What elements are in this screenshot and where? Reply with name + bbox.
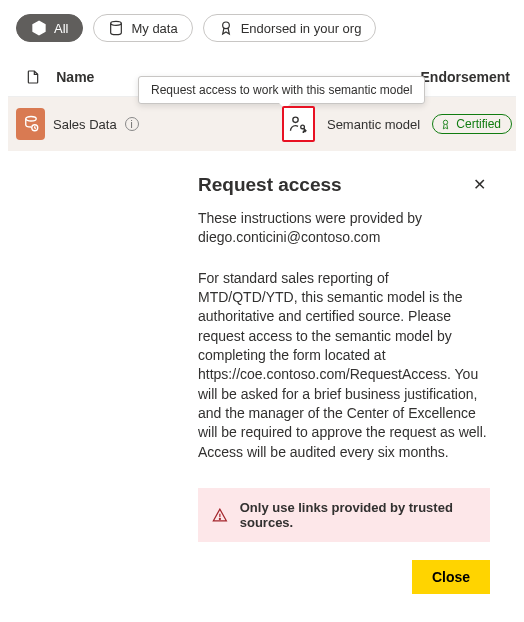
column-endorsement[interactable]: Endorsement [421,69,510,85]
warning-text: Only use links provided by trusted sourc… [240,500,476,530]
svg-point-0 [111,21,122,25]
file-icon [25,68,41,86]
row-name[interactable]: Sales Data [53,117,117,132]
person-key-icon [288,114,308,134]
request-access-panel: Request access ✕ These instructions were… [8,151,516,594]
warning-banner: Only use links provided by trusted sourc… [198,488,490,542]
column-icon [14,68,52,86]
dataset-icon [16,108,45,140]
svg-point-5 [301,125,305,129]
request-access-button[interactable] [282,106,315,142]
table-row[interactable]: Sales Data i Semantic model Certified [8,97,516,151]
panel-body: For standard sales reporting of MTD/QTD/… [198,269,490,462]
cube-icon [31,20,47,36]
panel-title: Request access [198,174,342,196]
row-endorsement: Certified [432,114,512,134]
svg-point-2 [25,117,36,122]
svg-point-4 [293,117,298,122]
close-icon[interactable]: ✕ [469,173,490,197]
badge-ribbon-icon [439,118,452,131]
info-icon[interactable]: i [125,117,139,131]
filter-bar: All My data Endorsed in your org [8,12,516,60]
filter-all[interactable]: All [16,14,83,42]
row-name-cell: Sales Data i [45,117,282,132]
close-button[interactable]: Close [412,560,490,594]
warning-icon [212,506,228,524]
svg-point-1 [222,22,229,29]
filter-all-label: All [54,21,68,36]
database-icon [108,20,124,36]
ribbon-icon [218,20,234,36]
panel-subtitle: These instructions were provided by dieg… [198,209,490,247]
filter-my-data[interactable]: My data [93,14,192,42]
svg-point-6 [444,120,448,124]
svg-point-7 [219,518,220,519]
filter-endorsed[interactable]: Endorsed in your org [203,14,377,42]
filter-endorsed-label: Endorsed in your org [241,21,362,36]
certified-badge: Certified [432,114,512,134]
certified-label: Certified [456,117,501,131]
request-access-tooltip: Request access to work with this semanti… [138,76,425,104]
filter-my-data-label: My data [131,21,177,36]
row-type: Semantic model [327,117,432,132]
